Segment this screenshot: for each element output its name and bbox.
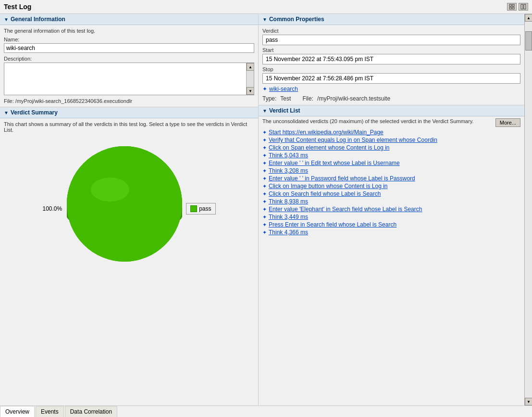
verdict-item-icon: ✦ (262, 152, 267, 159)
stop-label: Stop (262, 66, 520, 72)
verdict-list-header: ▼ Verdict List (259, 105, 524, 116)
general-info-collapse-arrow[interactable]: ▼ (4, 17, 9, 22)
verdict-item: ✦Think 3,449 ms (262, 214, 520, 220)
verdict-item-icon: ✦ (262, 176, 267, 182)
stop-value: 15 November 2022 at 7:56:28.486 pm IST (262, 73, 520, 84)
description-label: Description: (4, 56, 254, 62)
start-value: 15 November 2022 at 7:55:43.095 pm IST (262, 54, 520, 64)
verdict-list-content: The unconsolidated verdicts (20 maximum)… (259, 116, 524, 405)
tab-overview[interactable]: Overview (0, 406, 35, 417)
verdict-item: ✦Start https://en.wikipedia.org/wiki/Mai… (262, 129, 520, 136)
pie-chart-svg (57, 141, 192, 276)
type-label: Type: (262, 95, 276, 102)
legend-color-pass (190, 205, 197, 212)
svg-rect-0 (509, 4, 511, 6)
verdict-item: ✦Click on Image button whose Content is … (262, 183, 520, 190)
name-label: Name: (4, 37, 254, 42)
verdict-summary-collapse-arrow[interactable]: ▼ (4, 110, 9, 115)
file-value: /myProj/wiki-search.testsuite (317, 95, 390, 102)
description-scrollbar: ▲ ▼ (246, 63, 254, 95)
common-props-title: Common Properties (269, 16, 324, 23)
verdict-item-icon: ✦ (262, 168, 267, 174)
verdict-item: ✦Enter value ' ' in Edit text whose Labe… (262, 160, 520, 166)
scroll-up-btn[interactable]: ▲ (247, 63, 254, 71)
file-path: File: /myProj/wiki-search_1668522340636.… (4, 98, 254, 104)
general-info-header: ▼ General Information (0, 14, 258, 25)
verdict-list-title: Verdict List (269, 107, 300, 114)
scroll-thumb[interactable] (525, 31, 532, 51)
main-content: ▼ General Information The general inform… (0, 14, 532, 405)
title-icons (507, 3, 528, 11)
window-title: Test Log (4, 3, 31, 11)
verdict-item-link[interactable]: Think 3,208 ms (269, 167, 308, 174)
grid-1x2-icon[interactable] (519, 3, 528, 11)
more-button[interactable]: More... (495, 118, 520, 127)
verdict-item: ✦Click on Span element whose Content is … (262, 144, 520, 151)
description-wrapper: ▲ ▼ (4, 63, 254, 95)
verdict-item-icon: ✦ (262, 199, 267, 205)
verdict-item-icon: ✦ (262, 191, 267, 197)
left-panel: ▼ General Information The general inform… (0, 14, 259, 405)
svg-rect-4 (521, 4, 523, 9)
tab-events[interactable]: Events (36, 406, 64, 417)
verdict-item-link[interactable]: Think 3,449 ms (269, 214, 308, 220)
verdict-list-collapse-arrow[interactable]: ▼ (262, 108, 267, 114)
verdict-item-link[interactable]: Verify that Content equals Log in on Spa… (269, 137, 437, 143)
verdict-item-link[interactable]: Think 4,366 ms (269, 229, 308, 236)
verdict-item-link[interactable]: Press Enter in Search field whose Label … (269, 221, 396, 228)
verdict-item-icon: ✦ (262, 137, 267, 143)
verdict-item-link[interactable]: Click on Span element whose Content is L… (269, 144, 389, 151)
general-info-content: The general information of this test log… (0, 25, 258, 107)
common-props-collapse-arrow[interactable]: ▼ (262, 17, 267, 22)
start-label: Start (262, 47, 520, 53)
right-scrollbar[interactable]: ▲ ▼ (524, 14, 532, 405)
scroll-down-btn[interactable]: ▼ (247, 87, 254, 95)
verdict-item: ✦Think 8,938 ms (262, 198, 520, 205)
wiki-search-link[interactable]: wiki-search (269, 86, 298, 92)
verdict-item-link[interactable]: Think 5,043 ms (269, 152, 308, 159)
svg-rect-2 (509, 7, 511, 9)
tab-data-correlation[interactable]: Data Correlation (65, 406, 117, 417)
verdict-item-icon: ✦ (262, 183, 267, 190)
verdict-item-link[interactable]: Think 8,938 ms (269, 198, 308, 205)
common-props-content: Verdict pass Start 15 November 2022 at 7… (259, 25, 524, 105)
verdict-item-icon: ✦ (262, 229, 267, 236)
verdict-field-row: Verdict pass (262, 28, 520, 45)
wiki-search-link-row: ✦ wiki-search (262, 86, 520, 92)
verdict-item-icon: ✦ (262, 145, 267, 151)
verdict-value: pass (262, 35, 520, 45)
verdict-item: ✦Think 4,366 ms (262, 229, 520, 236)
type-value: Test (280, 95, 291, 102)
pie-legend: pass (186, 203, 215, 215)
general-info-desc: The general information of this test log… (4, 28, 254, 34)
verdict-summary-section: This chart shows a summary of all the ve… (0, 118, 258, 405)
description-textarea[interactable] (4, 63, 246, 95)
start-field-row: Start 15 November 2022 at 7:55:43.095 pm… (262, 47, 520, 64)
scroll-track-body (525, 22, 532, 398)
verdict-item-link[interactable]: Click on Search field whose Label is Sea… (269, 190, 381, 197)
verdict-item-icon: ✦ (262, 160, 267, 166)
verdict-item: ✦Verify that Content equals Log in on Sp… (262, 137, 520, 143)
verdict-list-header-row: The unconsolidated verdicts (20 maximum)… (262, 118, 520, 127)
verdict-item: ✦Enter value ' ' in Password field whose… (262, 175, 520, 182)
verdict-item: ✦Click on Search field whose Label is Se… (262, 190, 520, 197)
verdict-list-outer: The unconsolidated verdicts (20 maximum)… (259, 116, 524, 405)
svg-rect-1 (512, 4, 514, 6)
scroll-track-down[interactable]: ▼ (525, 398, 532, 405)
verdict-item-link[interactable]: Enter value ' ' in Password field whose … (269, 175, 415, 182)
verdict-item: ✦Enter value 'Elephant' in Search field … (262, 206, 520, 213)
bottom-tabs: OverviewEventsData Correlation (0, 405, 532, 417)
verdict-label: Verdict (262, 28, 520, 34)
verdict-item-link[interactable]: Click on Image button whose Content is L… (269, 183, 387, 190)
scroll-track-up[interactable]: ▲ (525, 14, 532, 22)
verdict-item: ✦Think 3,208 ms (262, 167, 520, 174)
grid-2x2-icon[interactable] (507, 3, 517, 11)
name-input[interactable] (4, 43, 254, 53)
verdict-summary-title: Verdict Summary (11, 109, 58, 116)
verdict-item-link[interactable]: Enter value 'Elephant' in Search field w… (269, 206, 422, 213)
verdict-item-link[interactable]: Start https://en.wikipedia.org/wiki/Main… (269, 129, 384, 136)
verdict-item-link[interactable]: Enter value ' ' in Edit text whose Label… (269, 160, 400, 166)
wiki-search-link-icon: ✦ (262, 86, 267, 92)
stop-field-row: Stop 15 November 2022 at 7:56:28.486 pm … (262, 66, 520, 84)
svg-point-9 (91, 177, 129, 202)
